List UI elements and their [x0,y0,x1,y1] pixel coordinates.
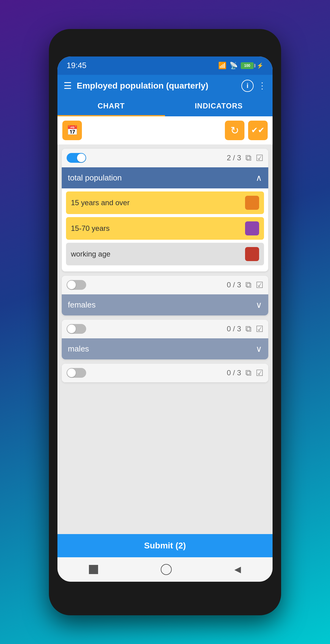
category-name-total: total population [68,173,256,183]
section-controls-extra: 0 / 3 ⧉ ☑ [62,364,268,382]
status-time: 19:45 [67,61,86,70]
category-name-males: males [68,344,256,354]
double-check-icon: ✔✔ [251,126,265,135]
refresh-icon: ↻ [230,124,239,136]
toggle-knob-m [67,325,76,333]
app-header: ☰ Employed population (quarterly) i ⋮ [57,75,273,97]
tab-indicators[interactable]: INDICATORS [165,97,273,116]
copy-icon-extra[interactable]: ⧉ [245,368,251,378]
category-header-total[interactable]: total population ∧ [62,167,268,188]
section-females: 0 / 3 ⧉ ☑ females ∨ [62,276,268,315]
copy-icon-females[interactable]: ⧉ [245,280,251,290]
check-icon-total[interactable]: ☑ [256,153,263,163]
section-males: 0 / 3 ⧉ ☑ males ∨ [62,320,268,359]
wifi-icon: 📡 [229,62,238,70]
item-label-15-70: 15-70 years [71,224,245,233]
check-icon-extra[interactable]: ☑ [256,368,263,378]
section-extra: 0 / 3 ⧉ ☑ [62,364,268,382]
section-total-population: 2 / 3 ⧉ ☑ total population ∧ 15 years an… [62,149,268,271]
nav-recent-triangle[interactable]: ◀ [234,564,241,574]
item-working-age[interactable]: working age [66,243,264,265]
section-count-total: 2 / 3 [90,154,241,162]
color-swatch-15-70 [245,221,259,235]
header-actions: i ⋮ [241,80,266,92]
charging-icon: ⚡ [257,62,263,69]
section-controls-females: 0 / 3 ⧉ ☑ [62,276,268,294]
toggle-knob [77,154,86,162]
chevron-down-icon-m: ∨ [256,344,262,354]
check-icon-females[interactable]: ☑ [256,280,263,290]
item-label-15-over: 15 years and over [71,198,245,207]
chevron-down-icon-f: ∨ [256,300,262,310]
color-swatch-working-age [245,247,259,261]
item-15-years-and-over[interactable]: 15 years and over [66,191,264,214]
toggle-knob-e [67,369,76,377]
section-controls-males: 0 / 3 ⧉ ☑ [62,320,268,338]
calendar-button[interactable]: 📅 [62,121,82,140]
signal-icon: 📶 [218,62,226,70]
category-header-males[interactable]: males ∨ [62,338,268,359]
category-name-females: females [68,300,256,310]
tab-chart[interactable]: CHART [57,97,165,116]
main-content: 2 / 3 ⧉ ☑ total population ∧ 15 years an… [57,144,273,534]
status-icons: 📶 📡 100 ⚡ [218,62,263,70]
items-list-total: 15 years and over 15-70 years working ag… [62,188,268,271]
category-header-females[interactable]: females ∨ [62,294,268,315]
section-count-females: 0 / 3 [90,281,241,289]
check-all-button[interactable]: ✔✔ [248,121,268,140]
item-15-70-years[interactable]: 15-70 years [66,217,264,240]
calendar-icon: 📅 [67,125,78,136]
bottom-nav: ◀ [57,557,273,582]
copy-icon-total[interactable]: ⧉ [245,153,251,163]
more-button[interactable]: ⋮ [258,81,266,91]
toolbar: 📅 ↻ ✔✔ [57,116,273,144]
info-button[interactable]: i [241,80,254,92]
section-count-extra: 0 / 3 [90,369,241,377]
section-count-males: 0 / 3 [90,325,241,333]
chevron-up-icon: ∧ [256,173,262,183]
nav-home-circle[interactable] [161,564,172,575]
toggle-males[interactable] [67,324,86,334]
toggle-females[interactable] [67,280,86,290]
nav-back-square[interactable] [89,565,98,574]
refresh-button[interactable]: ↻ [225,121,244,140]
item-label-working-age: working age [71,250,245,258]
toggle-knob-f [67,281,76,289]
hamburger-icon[interactable]: ☰ [64,80,72,91]
section-controls-total: 2 / 3 ⧉ ☑ [62,149,268,167]
status-bar: 19:45 📶 📡 100 ⚡ [57,56,273,75]
battery-icon: 100 [241,62,254,69]
submit-button[interactable]: Submit (2) [57,534,273,557]
color-swatch-15-over [245,196,259,210]
tabs-bar: CHART INDICATORS [57,97,273,116]
toggle-extra[interactable] [67,368,86,378]
app-title: Employed population (quarterly) [77,81,237,91]
toggle-total-population[interactable] [67,153,86,163]
copy-icon-males[interactable]: ⧉ [245,324,251,334]
check-icon-males[interactable]: ☑ [256,324,263,334]
